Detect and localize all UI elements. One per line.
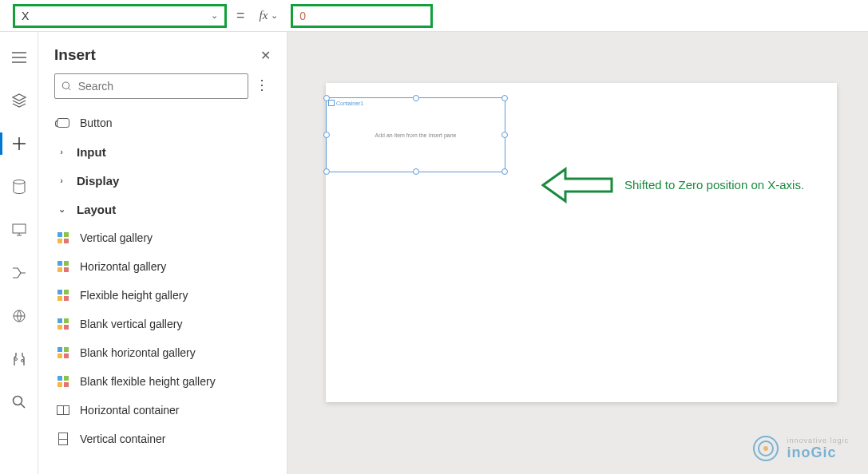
container-label: Container1: [328, 100, 363, 106]
tree-item-label: Blank vertical gallery: [80, 318, 182, 330]
resize-handle[interactable]: [501, 132, 508, 138]
resize-handle[interactable]: [323, 95, 330, 101]
tree-view-button[interactable]: [0, 41, 38, 73]
data-button[interactable]: [0, 171, 38, 203]
gallery-icon: [56, 346, 70, 360]
equals-label: =: [235, 7, 247, 24]
svg-point-9: [763, 446, 768, 451]
chevron-down-icon: ⌄: [56, 204, 67, 215]
tools-button[interactable]: [0, 343, 38, 375]
gallery-icon: [56, 374, 70, 389]
svg-point-0: [14, 180, 25, 184]
gallery-icon: [56, 231, 70, 245]
fx-label: fx: [260, 9, 268, 22]
chevron-down-icon: ⌄: [271, 10, 278, 21]
svg-point-6: [62, 82, 69, 89]
tree-group-label: Layout: [77, 203, 116, 216]
button-icon: [56, 116, 70, 130]
annotation-text: Shifted to Zero position on X-axis.: [624, 177, 804, 193]
resize-handle[interactable]: [323, 132, 330, 138]
tree-group-display[interactable]: › Display: [38, 166, 287, 195]
fx-button[interactable]: fx ⌄: [255, 4, 283, 28]
chevron-right-icon: ›: [56, 176, 67, 185]
media-button[interactable]: [0, 214, 38, 246]
tree-item-label: Flexible height gallery: [80, 289, 188, 302]
flow-icon: [12, 266, 26, 280]
resize-handle[interactable]: [501, 168, 508, 175]
plus-icon: [12, 136, 26, 151]
canvas-area[interactable]: Container1 Add an item from the Insert p…: [287, 32, 868, 474]
globe-button[interactable]: [0, 300, 38, 332]
close-panel-button[interactable]: ✕: [260, 48, 271, 63]
resize-handle[interactable]: [413, 168, 419, 175]
tree-item-vertical-container[interactable]: Vertical container: [38, 425, 287, 453]
resize-handle[interactable]: [501, 95, 508, 101]
tree-item-blank-horizontal-gallery[interactable]: Blank horizontal gallery: [38, 338, 287, 367]
svg-point-4: [21, 360, 23, 362]
tree-item-button[interactable]: Button: [38, 109, 287, 137]
watermark-tagline: innovative logic: [787, 436, 849, 444]
svg-rect-1: [13, 224, 26, 233]
gallery-icon: [56, 288, 70, 302]
tree-item-blank-vertical-gallery[interactable]: Blank vertical gallery: [38, 310, 287, 338]
search-icon: [12, 395, 26, 409]
gallery-icon: [56, 317, 70, 331]
search-icon: [61, 81, 72, 92]
layers-button[interactable]: [0, 85, 38, 117]
automation-button[interactable]: [0, 257, 38, 289]
search-input[interactable]: [54, 73, 248, 99]
monitor-icon: [12, 223, 26, 236]
container-placeholder: Add an item from the Insert pane: [327, 132, 505, 138]
formula-input[interactable]: 0: [291, 4, 433, 28]
tree-item-label: Blank flexible height gallery: [80, 375, 216, 388]
tree-item-label: Vertical gallery: [80, 231, 153, 244]
search-button[interactable]: [0, 386, 38, 418]
tree-group-label: Display: [77, 174, 119, 188]
tree-item-horizontal-container[interactable]: Horizontal container: [38, 396, 287, 425]
chevron-down-icon: ⌄: [211, 10, 218, 21]
layers-icon: [12, 93, 26, 108]
tree-group-label: Input: [77, 145, 106, 159]
database-icon: [13, 180, 26, 194]
tree-group-input[interactable]: › Input: [38, 137, 287, 166]
logo-icon: [751, 434, 780, 463]
tree-item-vertical-gallery[interactable]: Vertical gallery: [38, 223, 287, 252]
watermark: innovative logic inoGic: [751, 434, 849, 463]
chevron-right-icon: ›: [56, 147, 67, 156]
tree-item-blank-flexible-height-gallery[interactable]: Blank flexible height gallery: [38, 367, 287, 396]
tree-item-horizontal-gallery[interactable]: Horizontal gallery: [38, 252, 287, 281]
formula-bar: X ⌄ = fx ⌄ 0: [0, 0, 868, 32]
insert-tree: Button › Input › Display ⌄ Layout Vertic…: [38, 109, 287, 474]
svg-point-3: [14, 358, 17, 361]
insert-panel: Insert ✕ ⋯ Button › Input › Display: [38, 32, 287, 474]
panel-title: Insert: [54, 46, 96, 64]
property-value: X: [22, 10, 29, 22]
property-dropdown[interactable]: X ⌄: [13, 4, 227, 28]
vertical-container-icon: [56, 432, 70, 446]
left-rail: [0, 32, 38, 474]
tree-item-label: Blank horizontal gallery: [80, 346, 196, 359]
insert-button[interactable]: [0, 128, 38, 160]
tree-group-layout[interactable]: ⌄ Layout: [38, 195, 287, 223]
selected-container[interactable]: Container1 Add an item from the Insert p…: [326, 97, 505, 172]
hamburger-icon: [12, 52, 26, 63]
search-field[interactable]: [78, 80, 241, 93]
tree-item-label: Horizontal gallery: [80, 260, 166, 273]
formula-value: 0: [299, 10, 306, 22]
more-options-button[interactable]: ⋯: [254, 78, 271, 94]
resize-handle[interactable]: [323, 168, 330, 175]
resize-handle[interactable]: [413, 95, 419, 101]
tree-item-label: Horizontal container: [80, 404, 180, 417]
tree-item-label: Vertical container: [80, 433, 165, 445]
watermark-brand: inoGic: [787, 444, 849, 461]
globe-icon: [12, 309, 26, 323]
tree-item-flexible-height-gallery[interactable]: Flexible height gallery: [38, 281, 287, 310]
arrow-left-icon: [541, 166, 613, 204]
gallery-icon: [56, 259, 70, 274]
horizontal-container-icon: [56, 403, 70, 417]
svg-point-5: [13, 397, 22, 405]
annotation: Shifted to Zero position on X-axis.: [541, 166, 804, 204]
tools-icon: [13, 352, 26, 366]
tree-item-label: Button: [80, 117, 112, 129]
app-canvas[interactable]: Container1 Add an item from the Insert p…: [326, 83, 837, 402]
